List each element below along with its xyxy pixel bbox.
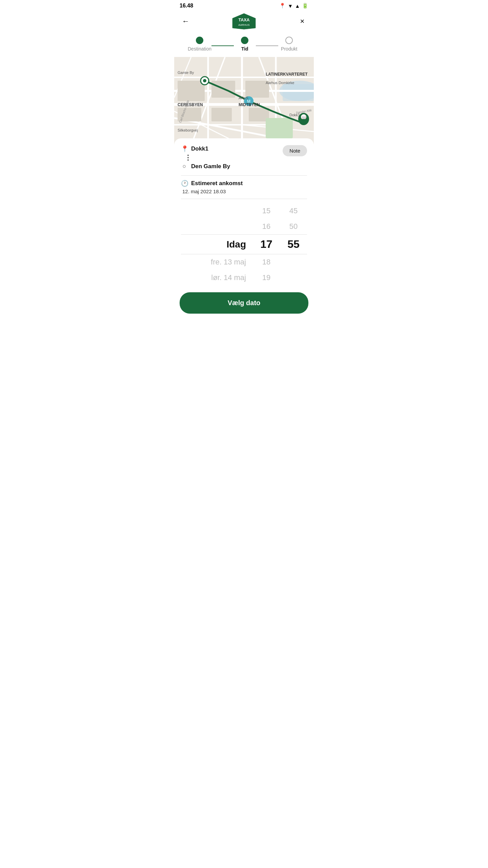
divider-2 bbox=[181, 199, 307, 199]
step-produkt: Produkt bbox=[278, 37, 300, 52]
connector-line-2 bbox=[256, 45, 278, 46]
step-dot-destination bbox=[196, 37, 203, 44]
header: ← TAXA AARHUS × bbox=[174, 10, 314, 34]
route-stop-to: ○ Den Gamle By bbox=[181, 163, 283, 170]
status-time: 16.48 bbox=[180, 3, 193, 9]
svg-text:MIDTBYEN: MIDTBYEN bbox=[239, 102, 260, 107]
svg-text:TAXA: TAXA bbox=[238, 18, 249, 22]
progress-steps: Destination Tid Produkt bbox=[174, 34, 314, 57]
back-button[interactable]: ← bbox=[180, 15, 192, 27]
clock-icon: 🕐 bbox=[181, 180, 188, 187]
time-row-0[interactable]: 15 45 bbox=[181, 203, 307, 219]
route-dots bbox=[187, 154, 189, 161]
status-icons: 📍 ▼ ▲ 🔋 bbox=[279, 3, 308, 9]
svg-text:📖: 📖 bbox=[302, 115, 306, 119]
arrival-section: 🕐 Estimeret ankomst 12. maj 2022 18.03 bbox=[181, 180, 307, 195]
arrival-title: Estimeret ankomst bbox=[191, 180, 243, 187]
time-row-1[interactable]: 16 50 bbox=[181, 219, 307, 234]
taxa-logo: TAXA AARHUS bbox=[232, 13, 256, 30]
step-label-tid: Tid bbox=[241, 46, 248, 52]
svg-text:Gamie By: Gamie By bbox=[178, 71, 194, 75]
time-day-4: lør. 14 maj bbox=[181, 273, 253, 282]
time-day-3: fre. 13 maj bbox=[181, 258, 253, 267]
circle-icon: ○ bbox=[181, 163, 188, 170]
close-button[interactable]: × bbox=[296, 15, 308, 27]
time-row-4[interactable]: lør. 14 maj 19 bbox=[181, 270, 307, 285]
route-stop-from: 📍 Dokk1 bbox=[181, 145, 283, 153]
route-stops: 📍 Dokk1 ○ Den Gamle By bbox=[181, 145, 283, 171]
connector-1 bbox=[211, 42, 233, 46]
svg-text:Aarhus Domkirke: Aarhus Domkirke bbox=[266, 81, 294, 85]
map-svg: M 📖 Gamie By Silkeborgvej CERESBYEN MIDT… bbox=[174, 57, 314, 145]
time-day-selected: Idag bbox=[181, 239, 253, 250]
time-picker[interactable]: 15 45 16 50 Idag 17 55 fre. 13 maj 18 lø… bbox=[181, 203, 307, 285]
connector-line-1 bbox=[211, 45, 233, 46]
step-label-destination: Destination bbox=[188, 46, 211, 52]
battery-icon: 🔋 bbox=[302, 3, 308, 9]
svg-rect-5 bbox=[283, 84, 314, 101]
time-hour-selected: 17 bbox=[253, 238, 280, 251]
svg-text:ARoS: ARoS bbox=[239, 96, 248, 100]
stop-name-from: Dokk1 bbox=[191, 145, 208, 152]
time-row-3[interactable]: fre. 13 maj 18 bbox=[181, 254, 307, 270]
time-hour-0: 15 bbox=[253, 206, 280, 215]
status-bar: 16.48 📍 ▼ ▲ 🔋 bbox=[174, 0, 314, 10]
svg-text:AARHUS: AARHUS bbox=[238, 23, 249, 26]
time-min-0: 45 bbox=[280, 206, 307, 215]
step-destination: Destination bbox=[188, 37, 211, 52]
svg-point-27 bbox=[203, 79, 206, 82]
svg-rect-23 bbox=[211, 108, 232, 121]
step-tid: Tid bbox=[234, 37, 256, 52]
step-dot-tid bbox=[241, 37, 248, 44]
svg-text:Silkeborgvej: Silkeborgvej bbox=[178, 128, 198, 132]
time-min-1: 50 bbox=[280, 222, 307, 231]
arrival-header: 🕐 Estimeret ankomst bbox=[181, 180, 307, 187]
logo-container: TAXA AARHUS bbox=[232, 13, 256, 30]
time-min-selected: 55 bbox=[280, 238, 307, 251]
time-row-selected[interactable]: Idag 17 55 bbox=[181, 234, 307, 254]
note-button[interactable]: Note bbox=[283, 145, 307, 156]
svg-rect-19 bbox=[178, 81, 205, 101]
connector-2 bbox=[256, 42, 278, 46]
route-info: 📍 Dokk1 ○ Den Gamle By Note bbox=[181, 145, 307, 171]
bottom-sheet: 📍 Dokk1 ○ Den Gamle By Note 🕐 Estimeret … bbox=[174, 138, 314, 285]
wifi-icon: ▼ bbox=[288, 3, 293, 9]
location-icon: 📍 bbox=[279, 3, 286, 9]
location-pin-icon: 📍 bbox=[181, 145, 188, 153]
arrival-datetime: 12. maj 2022 18.03 bbox=[182, 189, 226, 194]
step-dot-produkt bbox=[285, 37, 293, 44]
time-hour-1: 16 bbox=[253, 222, 280, 231]
map-area: M 📖 Gamie By Silkeborgvej CERESBYEN MIDT… bbox=[174, 57, 314, 145]
svg-text:LATINERKVARTERET: LATINERKVARTERET bbox=[266, 72, 308, 77]
time-hour-3: 18 bbox=[253, 258, 280, 267]
svg-text:CERESBYEN: CERESBYEN bbox=[178, 102, 203, 107]
svg-rect-25 bbox=[266, 118, 293, 138]
stop-name-to: Den Gamle By bbox=[191, 163, 230, 170]
signal-icon: ▲ bbox=[295, 3, 300, 9]
select-date-button[interactable]: Vælg dato bbox=[180, 292, 308, 314]
step-label-produkt: Produkt bbox=[281, 46, 297, 52]
divider-1 bbox=[181, 175, 307, 176]
time-hour-4: 19 bbox=[253, 273, 280, 282]
